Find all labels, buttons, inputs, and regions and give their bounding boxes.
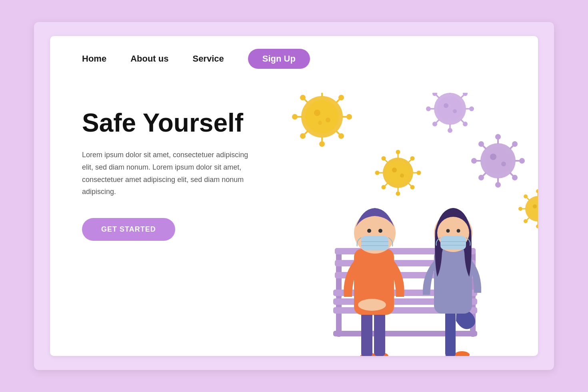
- svg-point-42: [386, 161, 410, 185]
- svg-point-78: [478, 175, 484, 180]
- svg-point-72: [519, 158, 525, 164]
- svg-rect-132: [440, 236, 466, 250]
- svg-point-93: [536, 224, 538, 228]
- svg-point-76: [512, 175, 518, 180]
- svg-point-94: [518, 207, 522, 211]
- svg-point-57: [382, 156, 386, 161]
- get-started-button[interactable]: GET STARTED: [82, 218, 175, 241]
- svg-point-120: [378, 229, 382, 233]
- hero-section: Safe Yourself Lorem ipsum dolor sit amet…: [50, 77, 538, 356]
- svg-point-51: [396, 150, 400, 154]
- nav-service[interactable]: Service: [192, 54, 224, 64]
- svg-point-62: [484, 147, 512, 175]
- svg-point-54: [375, 171, 380, 175]
- svg-point-38: [432, 122, 437, 126]
- svg-point-34: [426, 106, 431, 111]
- svg-point-39: [444, 103, 448, 108]
- illustration-svg: [274, 93, 538, 356]
- svg-point-71: [495, 134, 501, 140]
- svg-point-19: [326, 118, 330, 122]
- svg-point-75: [512, 141, 518, 147]
- svg-point-16: [300, 95, 306, 100]
- outer-wrapper: Home About us Service Sign Up Safe Yours…: [34, 22, 554, 370]
- hero-illustration: [274, 93, 538, 356]
- svg-rect-121: [361, 236, 388, 250]
- svg-point-60: [400, 174, 404, 178]
- svg-point-98: [524, 219, 528, 223]
- svg-rect-126: [445, 309, 456, 356]
- svg-point-74: [471, 158, 477, 164]
- nav-about[interactable]: About us: [130, 54, 168, 64]
- svg-point-52: [417, 171, 421, 175]
- svg-point-79: [490, 154, 496, 160]
- svg-point-17: [300, 133, 306, 139]
- hero-content: Safe Yourself Lorem ipsum dolor sit amet…: [82, 93, 274, 356]
- card: Home About us Service Sign Up Safe Yours…: [50, 36, 538, 356]
- svg-point-14: [338, 95, 344, 100]
- nav-home[interactable]: Home: [82, 54, 106, 64]
- svg-point-20: [318, 121, 322, 125]
- svg-point-1: [305, 100, 339, 134]
- svg-point-117: [358, 299, 386, 311]
- svg-point-33: [448, 128, 452, 133]
- svg-point-59: [392, 168, 397, 172]
- signup-button[interactable]: Sign Up: [248, 49, 310, 69]
- svg-point-40: [453, 109, 457, 113]
- svg-point-56: [410, 185, 415, 190]
- svg-point-125: [454, 351, 470, 356]
- svg-point-13: [292, 114, 298, 120]
- svg-point-18: [314, 110, 320, 116]
- svg-point-119: [367, 229, 371, 233]
- svg-point-32: [469, 106, 474, 111]
- svg-point-36: [463, 122, 468, 126]
- svg-rect-115: [374, 309, 385, 356]
- svg-point-97: [524, 194, 528, 198]
- svg-point-55: [410, 156, 415, 161]
- hero-title: Safe Yourself: [82, 109, 274, 137]
- svg-point-58: [382, 185, 386, 190]
- svg-rect-114: [361, 309, 372, 356]
- svg-point-73: [495, 182, 501, 188]
- svg-point-77: [478, 141, 484, 147]
- svg-point-130: [446, 229, 450, 233]
- svg-point-91: [536, 189, 538, 193]
- svg-point-53: [396, 192, 400, 196]
- svg-point-11: [346, 114, 352, 120]
- svg-point-22: [437, 96, 463, 122]
- svg-point-131: [457, 229, 460, 233]
- svg-point-99: [533, 204, 537, 208]
- hero-body: Lorem ipsum dolor sit amet, consectetuer…: [82, 149, 254, 198]
- navbar: Home About us Service Sign Up: [50, 36, 538, 77]
- svg-point-12: [319, 141, 325, 147]
- svg-point-80: [501, 162, 506, 166]
- svg-point-15: [338, 133, 344, 139]
